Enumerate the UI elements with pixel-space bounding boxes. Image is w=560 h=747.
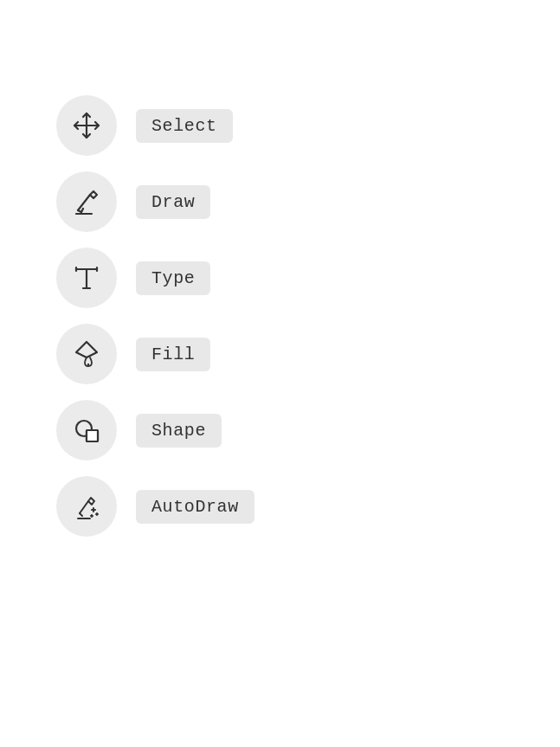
select-label: Select xyxy=(136,109,233,143)
type-button[interactable] xyxy=(56,248,117,308)
fill-label: Fill xyxy=(136,338,210,371)
autodraw-tool-row: AutoDraw xyxy=(56,476,254,537)
draw-label: Draw xyxy=(136,185,210,219)
svg-line-4 xyxy=(81,209,83,212)
move-icon xyxy=(71,110,102,141)
svg-point-12 xyxy=(87,364,89,365)
fill-button[interactable] xyxy=(56,324,117,384)
type-icon xyxy=(71,262,102,293)
type-label: Type xyxy=(136,261,210,295)
svg-marker-11 xyxy=(76,342,97,357)
shape-label: Shape xyxy=(136,414,222,448)
toolbar: Select Draw xyxy=(0,0,560,537)
draw-tool-row: Draw xyxy=(56,171,210,232)
svg-rect-15 xyxy=(87,430,98,441)
svg-line-17 xyxy=(80,513,82,516)
draw-icon xyxy=(71,186,102,217)
shape-button[interactable] xyxy=(56,400,117,460)
fill-icon xyxy=(71,338,102,370)
autodraw-button[interactable] xyxy=(56,476,117,537)
select-button[interactable] xyxy=(56,95,117,156)
autodraw-icon xyxy=(71,491,102,522)
select-tool-row: Select xyxy=(56,95,233,156)
shape-icon xyxy=(71,415,102,446)
autodraw-label: AutoDraw xyxy=(136,490,254,524)
type-tool-row: Type xyxy=(56,248,210,308)
fill-tool-row: Fill xyxy=(56,324,210,384)
svg-line-2 xyxy=(78,195,90,210)
draw-button[interactable] xyxy=(56,171,117,232)
svg-line-16 xyxy=(80,501,88,513)
shape-tool-row: Shape xyxy=(56,400,222,460)
